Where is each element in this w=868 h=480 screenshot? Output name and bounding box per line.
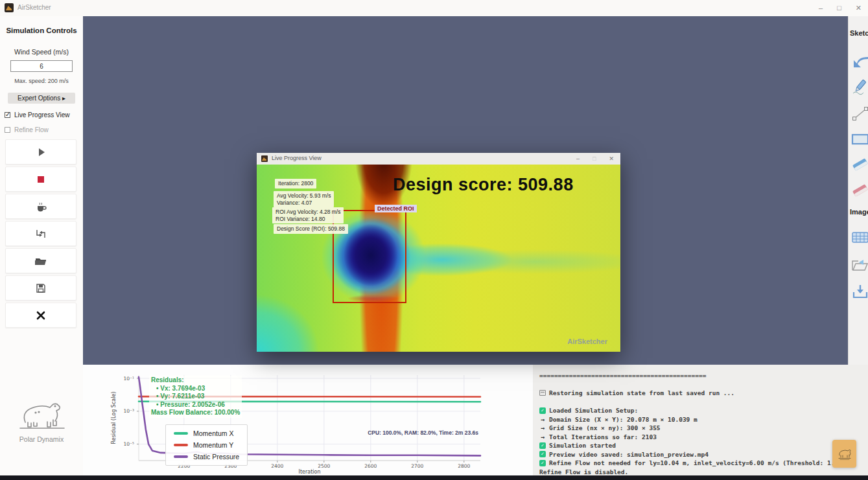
checkbox-label: Refine Flow [14,126,49,133]
live-progress-checkbox[interactable]: Live Progress View [5,111,83,119]
pause-button[interactable] [5,194,76,219]
eraser-blue-icon[interactable] [850,155,868,172]
svg-text:10⁻⁵: 10⁻⁵ [123,441,134,447]
simulation-controls-sidebar: Simulation Controls Wind Speed (m/s) Max… [0,16,83,475]
check-icon: ✓ [539,442,546,449]
eraser-pink-icon[interactable] [850,181,868,198]
expert-options-button[interactable]: Expert Options ▸ [8,93,75,104]
residuals-annotation: Residuals: • Vx: 3.7694e-03 • Vy: 7.6211… [149,376,242,418]
wind-speed-input[interactable] [10,60,73,72]
sketch-tools-panel: Sketch Images [848,16,868,365]
popup-close-button[interactable]: ✕ [609,155,614,162]
popup-minimize-button[interactable]: – [576,155,580,162]
popup-titlebar[interactable]: Live Progress View – □ ✕ [257,153,620,165]
check-icon: ✓ [539,451,546,457]
legend-swatch [174,455,188,458]
legend-item: Static Pressure [174,453,239,461]
run-button[interactable] [5,139,76,165]
console-text [539,380,543,389]
detected-roi-label: Detected ROI [375,205,417,212]
pen-icon[interactable] [850,78,868,95]
design-score-overlay: Design Score (ROI): 509.88 [274,224,348,234]
console-text: Restoring simulation state from last sav… [549,389,734,398]
check-icon: ✓ [539,407,546,414]
console-text: Loaded Simulation Setup: [549,406,638,415]
console-line [539,398,868,407]
vendor-name: Polar Dynamix [0,435,83,443]
rectangle-tool-icon[interactable] [850,131,868,148]
sketch-heading: Sketch [850,29,868,37]
cfd-heatmap: Iteration: 2800 Avg Velocity: 5.93 m/s V… [257,165,620,352]
console-line: ========================================… [539,371,868,380]
badge-bear-icon [836,447,853,461]
line-tool-icon[interactable] [850,106,868,122]
console-text: Simulation started [549,441,616,450]
arrow-icon: → [539,415,546,424]
console-text: Grid Size (nx × ny): 300 × 355 [549,424,661,433]
live-progress-window[interactable]: Live Progress View – □ ✕ Iteration: 2800… [257,153,620,352]
console-line: ✓Refine Flow not needed for ly=10.04 m, … [539,459,868,468]
grid-icon[interactable] [850,230,868,247]
app-title: AirSketcher [18,4,51,11]
stop-button[interactable] [5,166,76,192]
polar-bear-logo-icon [12,395,71,431]
legend-swatch [174,444,188,446]
legend-swatch [174,432,188,435]
svg-text:10⁻³: 10⁻³ [123,408,134,414]
minimize-button[interactable]: – [819,5,823,12]
popup-app-icon [261,155,268,162]
console-line: →Total Iterations so far: 2103 [539,433,868,442]
design-score-banner: Design score: 509.88 [393,175,574,195]
close-button[interactable] [5,303,76,328]
bent-arrows-icon [32,227,49,240]
console-line: ✓Preview video saved: simulation_preview… [539,450,868,459]
console-text: Preview video saved: simulation_preview.… [549,450,709,459]
svg-text:Iteration: Iteration [299,469,321,475]
arrow-icon: → [539,433,546,442]
check-icon: ✓ [539,460,546,466]
console-text: ========================================… [539,371,706,380]
svg-text:2600: 2600 [364,463,377,469]
screen-bottom-strip [0,475,868,480]
console-line: ✓Simulation started [539,441,868,450]
bottom-panel: 220023002400250026002700280010⁻¹10⁻³10⁻⁵… [83,365,868,475]
images-heading: Images [850,208,868,216]
console-text: Domain Size (X × Y): 20.078 m × 10.039 m [549,415,698,424]
refine-flow-checkbox[interactable]: Refine Flow [5,126,83,133]
console-line: Restoring simulation state from last sav… [539,389,868,398]
floppy-disk-icon [34,282,47,295]
vendor-logo: Polar Dynamix [0,395,83,443]
arrow-icon: → [539,424,546,433]
checkbox-icon[interactable] [5,112,10,118]
console-text: Total Iterations so far: 2103 [549,433,657,442]
polar-dynamix-badge[interactable] [832,440,856,468]
svg-text:2700: 2700 [411,463,423,469]
save-button[interactable] [5,275,76,301]
app-window: AirSketcher – □ ✕ Simulation Controls Wi… [0,0,868,480]
svg-text:Residual (Log Scale): Residual (Log Scale) [111,392,117,444]
console-line: Refine Flow is disabled. [539,468,868,476]
legend-item: Momentum Y [174,441,239,449]
avg-velocity-overlay: Avg Velocity: 5.93 m/s Variance: 4.07 [274,191,334,207]
close-button[interactable]: ✕ [856,5,862,12]
window-icon [539,390,546,396]
close-x-icon [35,310,47,321]
open-button[interactable] [5,248,76,273]
console-line: ✓Loaded Simulation Setup: [539,406,868,415]
max-speed-note: Max. speed: 200 m/s [0,78,83,84]
performance-annotation: CPU: 100.0%, RAM: 82.0%, Time: 2m 23.6s [368,429,478,436]
redirect-flow-button[interactable] [5,221,76,246]
popup-maximize-button[interactable]: □ [592,155,596,162]
console-text: Refine Flow not needed for ly=10.04 m, i… [549,459,849,468]
wind-speed-label: Wind Speed (m/s) [0,48,83,56]
import-image-icon[interactable] [850,257,868,274]
console-line [539,380,868,389]
download-icon[interactable] [850,283,868,300]
maximize-button[interactable]: □ [837,5,841,12]
popup-title: Live Progress View [272,155,322,161]
undo-icon[interactable] [850,52,868,69]
chart-legend: Momentum X Momentum Y Static Pressure [165,424,248,466]
console-log[interactable]: ========================================… [533,365,868,475]
folder-icon [34,255,48,268]
checkbox-icon[interactable] [5,127,10,133]
